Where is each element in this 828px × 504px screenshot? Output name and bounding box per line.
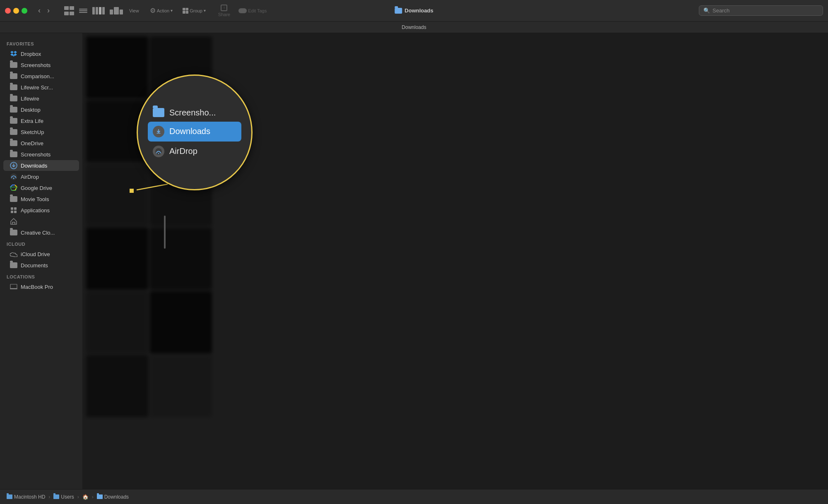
downloads-folder-icon <box>97 494 103 499</box>
sidebar-item-google-drive[interactable]: Google Drive <box>3 182 79 193</box>
close-button[interactable] <box>5 8 11 14</box>
title-folder-icon <box>395 8 402 14</box>
breadcrumb-user-home[interactable]: 🏠 <box>82 494 89 500</box>
folder-icon <box>10 72 17 80</box>
sidebar-label-movie-tools: Movie Tools <box>21 196 49 202</box>
folder-icon <box>10 128 17 136</box>
sidebar-item-icloud-drive[interactable]: iCloud Drive <box>3 249 79 259</box>
sidebar-item-macbook-pro[interactable]: MacBook Pro <box>3 281 79 292</box>
applications-icon <box>10 206 17 214</box>
favorites-header: Favorites <box>0 38 82 48</box>
sidebar-item-lifewire-scr[interactable]: Lifewire Scr... <box>3 82 79 93</box>
sidebar-label-sketchup: SketchUp <box>21 129 44 135</box>
share-button[interactable]: ↑ Share <box>216 3 233 19</box>
svg-point-2 <box>13 178 14 179</box>
sidebar-item-home[interactable] <box>3 216 79 227</box>
pathbar-text: Downloads <box>402 24 426 30</box>
dropbox-icon <box>10 50 17 58</box>
breadcrumb-downloads[interactable]: Downloads <box>97 494 129 500</box>
users-folder-icon <box>53 494 59 499</box>
home-icon <box>10 218 17 225</box>
mag-download-icon <box>153 126 164 137</box>
sidebar-item-applications[interactable]: Applications <box>3 205 79 216</box>
sidebar-label-documents: Documents <box>21 262 48 269</box>
bottombar: Macintosh HD › Users › 🏠 › Downloads <box>0 489 828 504</box>
sidebar-item-screenshots[interactable]: Screenshots <box>3 60 79 70</box>
search-bar: 🔍 <box>699 5 823 16</box>
search-icon: 🔍 <box>703 7 710 14</box>
view-label: View <box>129 8 139 13</box>
sidebar-item-extra-life[interactable]: Extra Life <box>3 115 79 126</box>
action-button[interactable]: ⚙ Action ▾ <box>147 5 176 16</box>
breadcrumb-users[interactable]: Users <box>53 494 74 500</box>
sidebar-label-airdrop: AirDrop <box>21 174 39 180</box>
airdrop-icon <box>10 173 17 180</box>
svg-point-1 <box>10 173 17 180</box>
sidebar-item-desktop[interactable]: Desktop <box>3 104 79 115</box>
icloud-header: iCloud <box>0 238 82 248</box>
view-list-button[interactable] <box>77 8 89 14</box>
sidebar-item-comparison[interactable]: Comparison... <box>3 71 79 82</box>
sidebar-item-airdrop[interactable]: AirDrop <box>3 171 79 182</box>
edit-tags-button[interactable]: Edit Tags <box>236 7 269 15</box>
back-button[interactable]: ‹ <box>36 5 43 16</box>
sidebar-item-dropbox[interactable]: Dropbox <box>3 48 79 59</box>
folder-icon <box>10 61 17 69</box>
breadcrumb-label-hd: Macintosh HD <box>14 494 45 500</box>
sidebar-label-icloud-drive: iCloud Drive <box>21 251 50 257</box>
pointer-dot <box>130 189 134 193</box>
sidebar-item-screenshots2[interactable]: Screenshots <box>3 149 79 160</box>
folder-icon <box>10 106 17 113</box>
view-gallery-button[interactable] <box>108 6 125 15</box>
sidebar-label-dropbox: Dropbox <box>21 51 41 57</box>
breadcrumb-sep-2: › <box>77 494 79 500</box>
sidebar-item-onedrive[interactable]: OneDrive <box>3 138 79 149</box>
folder-icon <box>10 84 17 91</box>
svg-rect-7 <box>10 284 17 288</box>
sidebar-label-downloads: Downloads <box>21 163 47 169</box>
view-column-button[interactable] <box>90 6 107 15</box>
svg-rect-8 <box>10 288 17 289</box>
sidebar-item-downloads[interactable]: Downloads <box>3 160 79 171</box>
scrollbar-thumb[interactable] <box>164 216 166 249</box>
sidebar-item-creative-cloud[interactable]: Creative Clo... <box>3 227 79 238</box>
locations-header: Locations <box>0 271 82 281</box>
search-input[interactable] <box>712 7 818 14</box>
mag-label-downloads: Downloads <box>169 127 210 136</box>
content-area: Screensho... Downloads <box>83 33 828 489</box>
icloud-drive-icon <box>10 250 17 258</box>
group-button[interactable]: Group ▾ <box>180 6 208 15</box>
mag-folder-icon <box>153 108 164 117</box>
sidebar-label-onedrive: OneDrive <box>21 140 43 146</box>
maximize-button[interactable] <box>22 8 27 14</box>
breadcrumb-macintosh-hd[interactable]: Macintosh HD <box>7 494 45 500</box>
svg-rect-3 <box>11 207 13 210</box>
sidebar-label-screenshots: Screenshots <box>21 62 51 68</box>
sidebar-label-lifewire: Lifewire <box>21 96 39 102</box>
svg-rect-4 <box>14 207 17 210</box>
sidebar-item-lifewire[interactable]: Lifewire <box>3 93 79 104</box>
traffic-lights <box>5 8 27 14</box>
magnifier-overlay: Screensho... Downloads <box>137 74 253 190</box>
sidebar-item-sketchup[interactable]: SketchUp <box>3 127 79 137</box>
view-icon-button[interactable] <box>62 5 76 16</box>
download-folder-icon <box>10 162 17 169</box>
breadcrumb-sep-3: › <box>92 494 94 500</box>
folder-icon <box>10 151 17 158</box>
folder-icon <box>10 117 17 125</box>
sidebar-item-documents[interactable]: Documents <box>3 260 79 271</box>
user-home-icon: 🏠 <box>82 494 89 500</box>
sidebar-item-movie-tools[interactable]: Movie Tools <box>3 194 79 204</box>
mag-label-airdrop: AirDrop <box>169 146 197 156</box>
magnifier-content: Screensho... Downloads <box>138 76 251 189</box>
breadcrumb-sep-1: › <box>48 494 50 500</box>
cc-icon <box>10 229 17 236</box>
minimize-button[interactable] <box>13 8 19 14</box>
folder-icon <box>10 262 17 269</box>
folder-icon <box>10 95 17 102</box>
sidebar-label-extra-life: Extra Life <box>21 118 43 124</box>
sidebar-label-comparison: Comparison... <box>21 73 54 79</box>
svg-point-13 <box>158 153 159 154</box>
forward-button[interactable]: › <box>45 5 52 16</box>
pathbar: Downloads <box>0 22 828 33</box>
